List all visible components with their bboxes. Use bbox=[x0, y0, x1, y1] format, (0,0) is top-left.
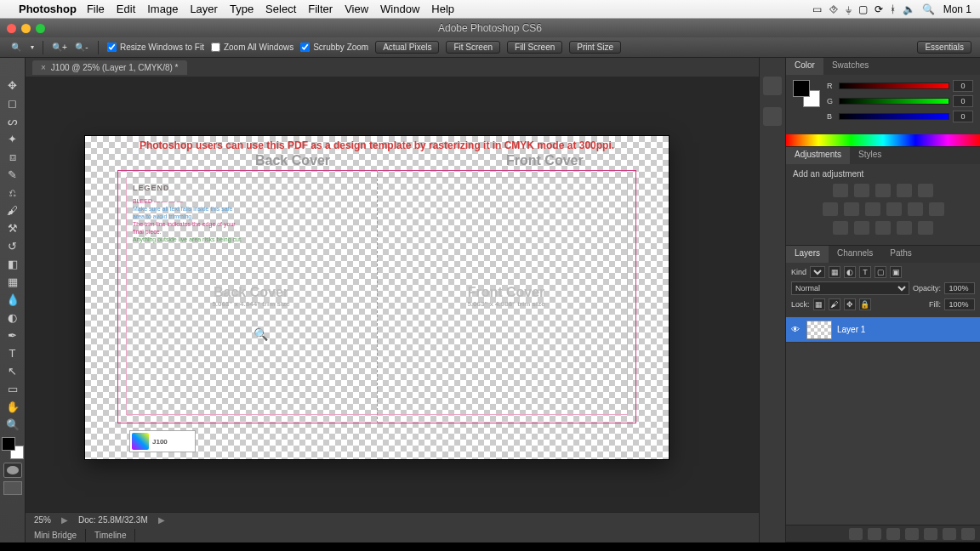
g-value[interactable]: 0 bbox=[953, 95, 973, 107]
opacity-value[interactable]: 100% bbox=[944, 282, 975, 294]
paths-tab[interactable]: Paths bbox=[881, 246, 920, 263]
lock-transparent-icon[interactable]: ▦ bbox=[813, 298, 825, 310]
display-icon[interactable]: ▢ bbox=[858, 3, 868, 15]
zoom-tool-icon[interactable]: 🔍 bbox=[3, 416, 23, 434]
new-group-icon[interactable] bbox=[924, 528, 937, 540]
foreground-background-color[interactable] bbox=[2, 437, 24, 459]
channel-mixer-adj-icon[interactable] bbox=[908, 202, 923, 216]
type-tool-icon[interactable]: T bbox=[3, 344, 23, 362]
filter-pixel-icon[interactable]: ▦ bbox=[829, 266, 840, 278]
gradient-tool-icon[interactable]: ▦ bbox=[3, 273, 23, 291]
filter-smart-icon[interactable]: ▣ bbox=[890, 266, 902, 278]
menu-filter[interactable]: Filter bbox=[308, 3, 333, 15]
volume-icon[interactable]: 🔈 bbox=[903, 3, 915, 15]
swatches-tab[interactable]: Swatches bbox=[823, 58, 877, 75]
posterize-adj-icon[interactable] bbox=[854, 221, 869, 235]
hand-tool-icon[interactable]: ✋ bbox=[3, 398, 23, 416]
fit-screen-button[interactable]: Fit Screen bbox=[446, 41, 500, 54]
window-zoom-button[interactable] bbox=[36, 24, 45, 33]
marquee-tool-icon[interactable]: ◻ bbox=[3, 94, 23, 112]
threshold-adj-icon[interactable] bbox=[875, 221, 891, 235]
fill-value[interactable]: 100% bbox=[944, 298, 975, 310]
document-canvas[interactable]: Photoshop users can use this PDF as a de… bbox=[85, 136, 669, 459]
zoom-all-windows-checkbox[interactable]: Zoom All Windows bbox=[211, 43, 293, 52]
zoom-out-icon[interactable]: 🔍- bbox=[74, 40, 89, 55]
color-lookup-adj-icon[interactable] bbox=[929, 202, 944, 216]
color-swatch-pair[interactable] bbox=[793, 80, 820, 107]
menu-window[interactable]: Window bbox=[380, 3, 419, 15]
tool-preset-dropdown-icon[interactable]: ▾ bbox=[31, 43, 34, 51]
crop-tool-icon[interactable]: ⧈ bbox=[3, 148, 23, 166]
lock-all-icon[interactable]: 🔒 bbox=[859, 298, 871, 310]
move-tool-icon[interactable]: ✥ bbox=[3, 77, 23, 94]
screen-mode-icon[interactable] bbox=[3, 481, 22, 495]
dropbox-icon[interactable]: ⯑ bbox=[829, 3, 839, 15]
link-layers-icon[interactable] bbox=[849, 528, 863, 540]
new-adjustment-layer-icon[interactable] bbox=[905, 528, 919, 540]
delete-layer-icon[interactable] bbox=[961, 528, 975, 540]
clock[interactable]: Mon 1 bbox=[943, 3, 971, 15]
lock-paint-icon[interactable]: 🖌 bbox=[829, 298, 840, 310]
gradient-map-adj-icon[interactable] bbox=[897, 221, 912, 235]
wifi-icon[interactable]: ⏚ bbox=[846, 3, 852, 15]
battery-icon[interactable]: ▭ bbox=[812, 3, 822, 15]
magic-wand-tool-icon[interactable]: ✦ bbox=[3, 130, 23, 148]
blend-mode-select[interactable]: Normal bbox=[791, 281, 909, 295]
curves-adj-icon[interactable] bbox=[875, 184, 891, 197]
filter-type-icon[interactable]: T bbox=[859, 266, 871, 278]
tab-close-icon[interactable]: × bbox=[41, 63, 46, 72]
layer-item[interactable]: 👁 Layer 1 bbox=[786, 317, 980, 343]
print-size-button[interactable]: Print Size bbox=[569, 41, 621, 54]
layer-fx-icon[interactable] bbox=[868, 528, 881, 540]
app-name[interactable]: Photoshop bbox=[19, 3, 77, 15]
photo-filter-adj-icon[interactable] bbox=[886, 202, 902, 216]
menu-layer[interactable]: Layer bbox=[190, 3, 218, 15]
menu-view[interactable]: View bbox=[345, 3, 368, 15]
filter-shape-icon[interactable]: ▢ bbox=[875, 266, 886, 278]
resize-windows-checkbox[interactable]: Resize Windows to Fit bbox=[107, 43, 204, 52]
zoom-in-icon[interactable]: 🔍+ bbox=[52, 40, 67, 55]
invert-adj-icon[interactable] bbox=[833, 221, 848, 235]
layers-tab[interactable]: Layers bbox=[786, 246, 829, 263]
color-tab[interactable]: Color bbox=[786, 58, 823, 75]
bw-adj-icon[interactable] bbox=[865, 202, 880, 216]
menu-type[interactable]: Type bbox=[230, 3, 254, 15]
layer-visibility-icon[interactable]: 👁 bbox=[789, 325, 801, 334]
layer-name[interactable]: Layer 1 bbox=[837, 325, 865, 334]
color-spectrum[interactable] bbox=[786, 134, 980, 146]
actual-pixels-button[interactable]: Actual Pixels bbox=[375, 41, 439, 54]
styles-tab[interactable]: Styles bbox=[850, 147, 890, 164]
menu-file[interactable]: File bbox=[87, 3, 105, 15]
history-panel-icon[interactable] bbox=[763, 77, 782, 95]
color-balance-adj-icon[interactable] bbox=[844, 202, 859, 216]
shape-tool-icon[interactable]: ▭ bbox=[3, 380, 23, 398]
lock-position-icon[interactable]: ✥ bbox=[844, 298, 856, 310]
scrubby-zoom-checkbox[interactable]: Scrubby Zoom bbox=[300, 43, 368, 52]
pen-tool-icon[interactable]: ✒ bbox=[3, 327, 23, 344]
eraser-tool-icon[interactable]: ◧ bbox=[3, 255, 23, 273]
status-menu-icon[interactable]: ▶ bbox=[158, 515, 165, 525]
r-value[interactable]: 0 bbox=[953, 80, 973, 92]
menu-edit[interactable]: Edit bbox=[117, 3, 135, 15]
adjustments-tab[interactable]: Adjustments bbox=[786, 147, 850, 164]
b-value[interactable]: 0 bbox=[953, 111, 973, 122]
layer-mask-icon[interactable] bbox=[886, 528, 900, 540]
menu-select[interactable]: Select bbox=[265, 3, 296, 15]
layer-thumbnail[interactable] bbox=[806, 321, 832, 339]
zoom-level[interactable]: 25% bbox=[34, 515, 51, 525]
new-layer-icon[interactable] bbox=[943, 528, 956, 540]
selective-color-adj-icon[interactable] bbox=[918, 221, 933, 235]
path-selection-tool-icon[interactable]: ↖ bbox=[3, 362, 23, 380]
doc-size-info[interactable]: Doc: 25.8M/32.3M bbox=[78, 515, 148, 525]
menu-help[interactable]: Help bbox=[431, 3, 454, 15]
blur-tool-icon[interactable]: 💧 bbox=[3, 291, 23, 309]
vibrance-adj-icon[interactable] bbox=[918, 184, 933, 197]
filter-adjust-icon[interactable]: ◐ bbox=[844, 266, 856, 278]
bluetooth-icon[interactable]: ᚼ bbox=[890, 3, 896, 15]
properties-panel-icon[interactable] bbox=[763, 107, 782, 126]
b-slider[interactable] bbox=[839, 113, 949, 120]
eyedropper-tool-icon[interactable]: ✎ bbox=[3, 166, 23, 184]
window-close-button[interactable] bbox=[7, 24, 16, 33]
menu-image[interactable]: Image bbox=[147, 3, 178, 15]
document-tab[interactable]: × J100 @ 25% (Layer 1, CMYK/8) * bbox=[32, 60, 187, 75]
